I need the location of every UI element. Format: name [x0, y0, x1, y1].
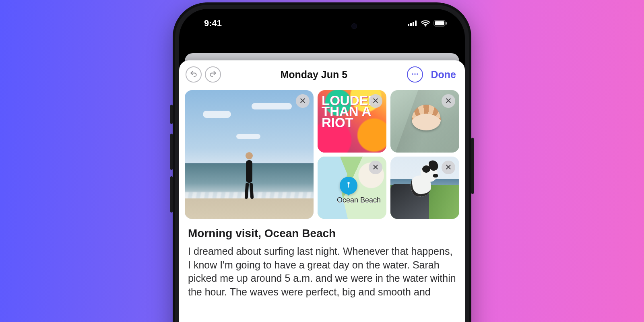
media-attachments: LOUDER THAN A RIOT: [179, 89, 465, 224]
entry-body: I dreamed about surfing last night. When…: [188, 245, 456, 299]
media-tile-large[interactable]: [185, 90, 314, 219]
remove-attachment-button[interactable]: [369, 94, 382, 108]
ellipsis-icon: [411, 70, 419, 79]
entry-toolbar: Monday Jun 5 Done: [179, 60, 465, 89]
more-options-button[interactable]: [407, 66, 423, 83]
svg-rect-6: [435, 21, 444, 25]
power-button: [471, 138, 474, 194]
wifi-icon: [421, 20, 430, 27]
cellular-icon: [408, 21, 417, 26]
phone-mockup: 9:41: [173, 2, 471, 322]
media-tile-podcast[interactable]: LOUDER THAN A RIOT: [318, 90, 386, 153]
remove-attachment-button[interactable]: [296, 94, 310, 108]
map-pin-icon: [340, 177, 357, 194]
phone-screen: 9:41: [179, 9, 465, 322]
svg-rect-0: [408, 24, 409, 26]
undo-icon: [190, 70, 198, 79]
side-button: [170, 105, 173, 124]
svg-point-8: [412, 73, 413, 75]
remove-attachment-button[interactable]: [442, 94, 455, 108]
close-icon: [372, 164, 379, 171]
svg-rect-1: [410, 23, 412, 26]
media-tile-map[interactable]: Ocean Beach: [318, 157, 386, 219]
status-time: 9:41: [194, 18, 222, 29]
remove-attachment-button[interactable]: [369, 161, 382, 174]
svg-rect-7: [446, 22, 447, 25]
remove-attachment-button[interactable]: [442, 161, 455, 174]
close-icon: [445, 164, 452, 171]
entry-title: Morning visit, Ocean Beach: [188, 227, 456, 240]
media-tile-photo-shell[interactable]: [390, 90, 459, 153]
entry-date-title: Monday Jun 5: [224, 69, 404, 80]
map-location-label: Ocean Beach: [337, 196, 381, 204]
redo-icon: [209, 70, 217, 79]
dynamic-island: [282, 18, 362, 35]
svg-point-10: [417, 73, 418, 75]
battery-icon: [433, 20, 447, 27]
close-icon: [445, 97, 452, 105]
media-tile-photo-dog[interactable]: [390, 157, 459, 219]
volume-up-button: [170, 134, 173, 170]
journal-entry-sheet: Monday Jun 5 Done: [179, 60, 465, 322]
svg-rect-3: [415, 21, 417, 26]
camera-dot-icon: [351, 23, 357, 29]
undo-button[interactable]: [186, 66, 202, 83]
volume-down-button: [170, 176, 173, 213]
redo-button[interactable]: [205, 66, 221, 83]
done-button[interactable]: Done: [426, 67, 459, 82]
svg-rect-2: [413, 22, 414, 26]
status-icons: [408, 20, 450, 27]
svg-point-4: [425, 25, 426, 27]
close-icon: [372, 97, 379, 105]
journal-entry-content[interactable]: Morning visit, Ocean Beach I dreamed abo…: [179, 224, 465, 299]
svg-rect-11: [348, 184, 349, 187]
close-icon: [299, 97, 306, 105]
svg-point-9: [414, 73, 416, 75]
